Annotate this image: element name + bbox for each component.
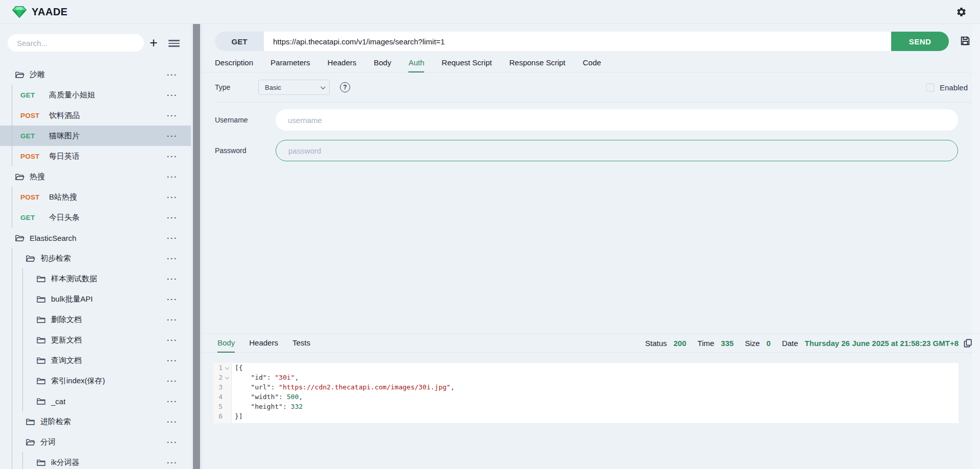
item-options-icon[interactable]: ···	[167, 295, 178, 304]
item-options-icon[interactable]: ···	[167, 438, 178, 447]
sidebar-scrollbar[interactable]	[191, 24, 202, 469]
indent-guide	[22, 350, 23, 371]
add-collection-button[interactable]: +	[146, 35, 161, 51]
yaade-app: YAADE + 沙雕···GET高质量小姐姐···POST饮料酒品···GET猫…	[0, 0, 980, 469]
tree-folder-item[interactable]: 查询文档···	[0, 350, 191, 371]
tree-folder-item[interactable]: 删除文档···	[0, 309, 191, 330]
sidebar-scrollbar-thumb[interactable]	[193, 24, 200, 469]
tree-folder-item[interactable]: ElasticSearch···	[0, 228, 191, 248]
code-line: 1[{	[213, 363, 959, 373]
response-body-editor[interactable]: 1[{2 "id": "30i",3 "url": "https://cdn2.…	[213, 363, 959, 423]
gear-icon[interactable]	[956, 7, 967, 17]
item-options-icon[interactable]: ···	[167, 234, 178, 242]
tree-folder-item[interactable]: 初步检索···	[0, 248, 191, 268]
response-tab-headers[interactable]: Headers	[249, 334, 278, 353]
indent-guide	[12, 452, 12, 469]
folder-closed-icon	[36, 376, 46, 386]
fold-arrow-icon[interactable]	[224, 363, 232, 373]
code-line: 2 "id": "30i",	[213, 373, 959, 382]
item-options-icon[interactable]: ···	[167, 132, 178, 140]
item-options-icon[interactable]: ···	[167, 254, 178, 263]
response-panel: BodyHeadersTests Status200Time335Size0Da…	[203, 333, 980, 469]
item-options-icon[interactable]: ···	[167, 458, 178, 467]
tree-folder-item[interactable]: 样本测试数据···	[0, 268, 191, 289]
code-text: "id": "30i",	[232, 373, 299, 382]
tab-parameters[interactable]: Parameters	[271, 54, 310, 72]
username-field[interactable]	[276, 109, 958, 131]
enabled-label: Enabled	[940, 83, 968, 92]
tree-request-item[interactable]: POSTB站热搜···	[0, 187, 191, 207]
item-options-icon[interactable]: ···	[167, 91, 178, 100]
code-line: 6}]	[213, 411, 959, 421]
item-options-icon[interactable]: ···	[167, 152, 178, 161]
tree-request-item[interactable]: POST每日英语···	[0, 146, 191, 166]
item-options-icon[interactable]: ···	[167, 336, 178, 344]
line-number: 3	[213, 382, 224, 392]
item-options-icon[interactable]: ···	[167, 417, 178, 426]
enabled-checkbox[interactable]	[926, 83, 935, 92]
item-options-icon[interactable]: ···	[167, 70, 178, 79]
item-options-icon[interactable]: ···	[167, 213, 178, 222]
auth-type-select[interactable]: Basic	[258, 80, 330, 95]
tab-response-script[interactable]: Response Script	[509, 54, 566, 72]
fold-arrow-icon[interactable]	[224, 373, 232, 382]
tree-folder-item[interactable]: 沙雕···	[0, 64, 191, 85]
item-options-icon[interactable]: ···	[167, 397, 178, 406]
help-icon[interactable]: ?	[340, 82, 350, 92]
tab-auth[interactable]: Auth	[408, 54, 424, 72]
tree-request-item[interactable]: GET猫咪图片···	[0, 126, 191, 146]
tree-folder-item[interactable]: _cat···	[0, 391, 191, 411]
response-tab-tests[interactable]: Tests	[292, 334, 310, 353]
meta-value: Thursday 26 June 2025 at 21:58:23 GMT+8	[805, 339, 959, 348]
password-field[interactable]	[276, 140, 958, 161]
meta-value: 0	[767, 339, 771, 348]
tab-request-script[interactable]: Request Script	[442, 54, 492, 72]
item-options-icon[interactable]: ···	[167, 356, 178, 365]
tree-item-label: 更新文档	[51, 335, 82, 345]
tree-folder-item[interactable]: 分词···	[0, 432, 191, 452]
item-options-icon[interactable]: ···	[167, 377, 178, 385]
folder-open-icon	[26, 437, 35, 447]
tab-code[interactable]: Code	[583, 54, 601, 72]
response-tab-body[interactable]: Body	[217, 334, 235, 353]
password-row: Password	[215, 140, 958, 161]
request-method-badge: GET	[20, 132, 49, 140]
tree-request-item[interactable]: GET今日头条···	[0, 207, 191, 228]
tree-item-label: 初步检索	[40, 254, 71, 263]
url-input[interactable]	[264, 32, 891, 51]
tab-headers[interactable]: Headers	[328, 54, 357, 72]
indent-guide	[12, 330, 12, 350]
tree-folder-item[interactable]: ik分词器···	[0, 452, 191, 469]
tree-folder-item[interactable]: 索引index(保存)···	[0, 371, 191, 391]
meta-label: Time	[698, 339, 715, 348]
tree-request-item[interactable]: GET高质量小姐姐···	[0, 85, 191, 105]
indent-guide	[12, 146, 12, 166]
copy-icon[interactable]	[963, 338, 973, 348]
tree-folder-item[interactable]: 热搜···	[0, 166, 191, 187]
item-options-icon[interactable]: ···	[167, 193, 178, 202]
username-row: Username	[215, 109, 958, 131]
tree-folder-item[interactable]: 进阶检索···	[0, 411, 191, 432]
tree-request-item[interactable]: POST饮料酒品···	[0, 105, 191, 126]
item-options-icon[interactable]: ···	[167, 172, 178, 181]
search-input[interactable]	[8, 34, 144, 52]
item-options-icon[interactable]: ···	[167, 111, 178, 120]
method-select[interactable]: GET	[215, 32, 264, 51]
save-icon[interactable]	[960, 35, 971, 46]
folder-open-icon	[26, 254, 35, 263]
tree-folder-item[interactable]: bulk批量API···	[0, 289, 191, 309]
tree-item-label: 猫咪图片	[49, 131, 80, 141]
item-options-icon[interactable]: ···	[167, 315, 178, 324]
tab-body[interactable]: Body	[374, 54, 391, 72]
send-button[interactable]: SEND	[891, 32, 949, 51]
meta-value: 200	[674, 339, 687, 348]
meta-value: 335	[721, 339, 733, 348]
username-label: Username	[215, 116, 276, 124]
tree-folder-item[interactable]: 更新文档···	[0, 330, 191, 350]
indent-guide	[12, 85, 12, 105]
editor-code-lines: 1[{2 "id": "30i",3 "url": "https://cdn2.…	[213, 363, 959, 421]
item-options-icon[interactable]: ···	[167, 275, 178, 283]
hamburger-menu-icon[interactable]	[168, 38, 180, 48]
folder-open-icon	[15, 172, 24, 182]
tab-description[interactable]: Description	[215, 54, 253, 72]
